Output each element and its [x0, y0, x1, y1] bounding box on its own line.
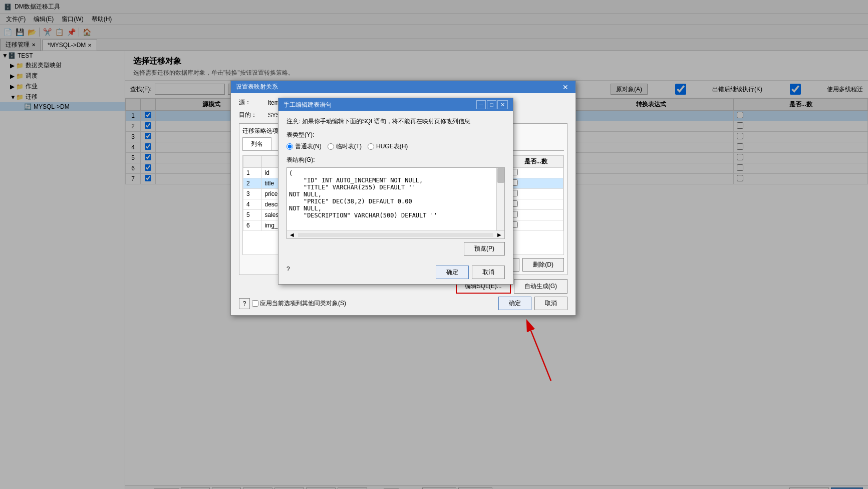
dialog2-footer: ? 确定 取消 [278, 263, 513, 284]
dialog2-max-btn[interactable]: □ [487, 100, 496, 109]
dialog1-close-btn[interactable]: ✕ [560, 83, 570, 91]
dialog1-dest-label: 目的： [239, 111, 264, 119]
sql-scrollbar-thumb[interactable] [497, 168, 504, 183]
apply-check[interactable] [252, 300, 258, 307]
dialog1-title: 设置表映射关系 [236, 83, 278, 91]
dialog1-ok-cancel: 确定 取消 [498, 297, 567, 310]
dialog2-preview-btn[interactable]: 预览(P) [464, 242, 505, 256]
radio-huge[interactable]: HUGE表(H) [368, 142, 408, 151]
radio-normal-input[interactable] [286, 143, 293, 150]
radio-normal-label: 普通表(N) [295, 142, 322, 151]
col-num [243, 156, 262, 168]
preview-btn-row: 预览(P) [286, 242, 505, 256]
dialog1-footer-row: ? 应用当前选项到其他同类对象(S) 确定 取消 [239, 297, 567, 310]
sql-hscrollbar[interactable]: ◀ ▶ [287, 230, 504, 238]
dialog2-ok-btn[interactable]: 确定 [436, 266, 469, 279]
dialog2-title: 手工编辑建表语句 [283, 101, 332, 109]
dialog2-title-bar: 手工编辑建表语句 ─ □ ✕ [278, 98, 513, 111]
struct-label: 表结构(G): [286, 156, 505, 164]
dialog2-help-btn[interactable]: ? [286, 266, 290, 279]
dialog1-source-label: 源： [239, 98, 264, 107]
hscroll-track[interactable] [298, 233, 493, 237]
dialog1-cancel-btn[interactable]: 取消 [534, 297, 567, 310]
apply-label: 应用当前选项到其他同类对象(S) [252, 299, 346, 308]
auto-gen-btn[interactable]: 自动生成(G) [514, 279, 567, 294]
dialog2-close-btn[interactable]: ✕ [497, 100, 508, 109]
dialog2-title-btns: ─ □ ✕ [476, 100, 508, 109]
radio-huge-label: HUGE表(H) [376, 142, 408, 151]
radio-temp-input[interactable] [328, 143, 334, 150]
del-btn[interactable]: 删除(D) [522, 258, 564, 272]
radio-group: 普通表(N) 临时表(T) HUGE表(H) [286, 142, 505, 151]
warning-text: 注意: 如果你手动编辑下面的SQL语句，将不能再在映射页修改列信息 [286, 117, 505, 126]
col-flag: 是否...数 [508, 156, 563, 168]
apply-row: ? 应用当前选项到其他同类对象(S) [239, 298, 346, 309]
sql-editor-container: ( "ID" INT AUTO_INCREMENT NOT NULL, "TIT… [286, 167, 505, 239]
radio-temp[interactable]: 临时表(T) [328, 142, 362, 151]
dialog-manual-sql: 手工编辑建表语句 ─ □ ✕ 注意: 如果你手动编辑下面的SQL语句，将不能再在… [278, 98, 513, 285]
dialog2-body: 注意: 如果你手动编辑下面的SQL语句，将不能再在映射页修改列信息 表类型(Y)… [278, 111, 513, 263]
radio-normal[interactable]: 普通表(N) [286, 142, 322, 151]
sql-scrollbar[interactable] [496, 168, 504, 230]
dialog1-tab-columns[interactable]: 列名 [242, 137, 271, 150]
dialog1-title-bar: 设置表映射关系 ✕ [231, 81, 575, 93]
scroll-right-btn[interactable]: ▶ [494, 232, 504, 237]
radio-temp-label: 临时表(T) [336, 142, 362, 151]
radio-huge-input[interactable] [368, 143, 374, 150]
table-type-label: 表类型(Y): [286, 131, 505, 139]
dialog2-min-btn[interactable]: ─ [476, 100, 486, 109]
sql-textarea[interactable]: ( "ID" INT AUTO_INCREMENT NOT NULL, "TIT… [287, 168, 496, 230]
dialog1-ok-btn[interactable]: 确定 [498, 297, 531, 310]
help-btn[interactable]: ? [239, 298, 250, 309]
dialog2-cancel-btn[interactable]: 取消 [472, 266, 505, 279]
scroll-left-btn[interactable]: ◀ [287, 232, 297, 237]
